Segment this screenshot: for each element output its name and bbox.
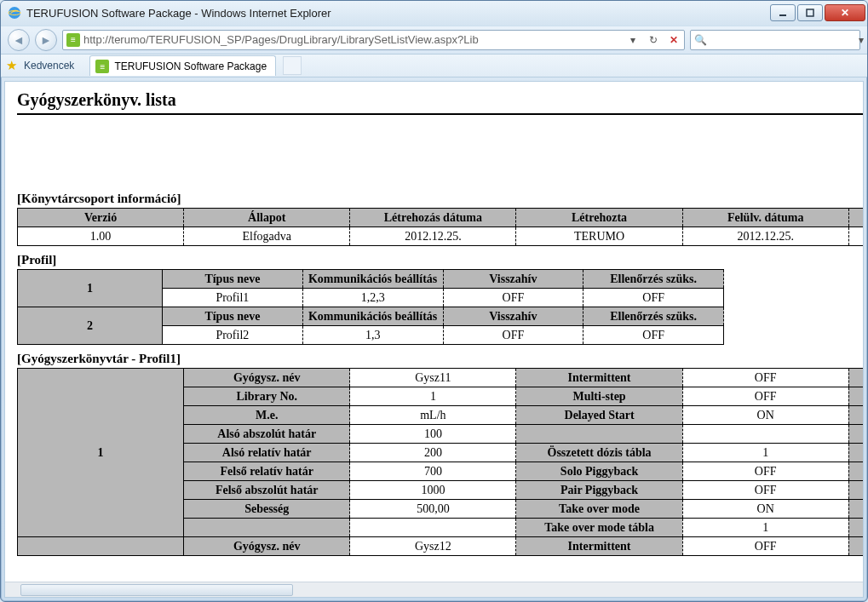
druglibrary-table: 1Gyógysz. névGysz11IntermittentOFFM.e. (… [17,368,863,556]
label-cell: Gyógysz. név [184,537,350,556]
svg-rect-3 [807,9,813,16]
search-icon: 🔍 [694,34,707,46]
th: Létrehozta [516,209,682,227]
ie-icon [8,6,21,20]
value-cell [682,425,848,444]
th: Kommunikációs beállítás [302,270,443,289]
label-cell [848,519,863,537]
th: Visszahív [443,307,583,326]
value-cell: 700 [350,462,516,481]
label-cell: Alsó abszolút határ [184,425,350,444]
td: 2012.12.25. [350,227,516,246]
value-cell: OFF [682,369,848,387]
value-cell: ON [682,500,848,519]
th: Típus neve [163,307,303,326]
close-button[interactable]: ✕ [825,4,865,21]
favorites-label[interactable]: Kedvencek [24,60,74,72]
td: Profil2 [163,326,303,345]
label-cell: Solo Piggyback [516,462,682,481]
browser-tab[interactable]: ≡ TERUFUSION Software Package [89,55,276,76]
th: Kommunikációs beállítás [302,307,443,326]
td: 1.00 [18,227,184,246]
td: 1,3 [302,326,443,345]
back-button[interactable]: ◄ [8,29,30,51]
th: Felülvizsgálta [848,209,863,227]
window-title: TERUFUSION Software Package - Windows In… [26,7,331,20]
td: OFF [443,289,583,307]
window-frame: TERUFUSION Software Package - Windows In… [0,0,868,602]
label-cell: Összetett dózis tábla [516,444,682,462]
label-cell: Take over mode tábla [516,519,682,537]
refresh-icon[interactable]: ↻ [645,32,662,49]
td: TERUMO [516,227,682,246]
tab-title: TERUFUSION Software Package [114,60,267,72]
label-cell: Elzáródás [848,500,863,519]
label-cell: M.e. (Gyógyszer cc.) [848,369,863,387]
label-cell: Hígítás (Gyógyszer cc.) [848,406,863,425]
label-cell: Pair Piggyback [516,481,682,500]
th: Felülv. dátuma [682,209,848,227]
label-cell: Intermittent [516,369,682,387]
label-cell: Intermittent [516,537,682,556]
search-input[interactable] [710,33,855,46]
label-cell: Sebesség [184,500,350,519]
profile-table: 1 Típus neve Kommunikációs beállítás Vis… [17,269,724,345]
label-cell: Bólus felső határ [848,425,863,444]
nav-bar: ◄ ► ≡ ▾ ↻ ✕ 🔍 ▾ [1,26,867,54]
value-cell: 1 [682,519,848,537]
url-dropdown-icon[interactable]: ▾ [624,32,641,49]
value-cell: 100 [350,425,516,444]
row-number: 2 [18,307,163,345]
td: 2012.12.25. [682,227,848,246]
td: TERUMO [848,227,863,246]
value-cell [350,519,516,537]
document-scroll[interactable]: Gyógyszerkönyv. lista [Könyvtárcsoport i… [5,82,863,582]
value-cell: mL/h [350,406,516,425]
favorites-bar: ★ Kedvencek ≡ TERUFUSION Software Packag… [1,54,867,77]
th: Visszahív [443,270,583,289]
td: OFF [583,289,724,307]
value-cell: ON [682,406,848,425]
search-box[interactable]: 🔍 ▾ [690,30,860,50]
url-input[interactable] [83,33,621,46]
tab-favicon-icon: ≡ [95,60,109,73]
libraryset-heading: [Könyvtárcsoport információ] [17,192,863,206]
new-tab-button[interactable] [283,56,302,75]
td: 1,2,3 [302,289,443,307]
stop-icon[interactable]: ✕ [665,32,682,49]
th: Ellenőrzés szüks. [583,307,724,326]
site-favicon-icon: ≡ [66,33,80,47]
td: Elfogadva [184,227,350,246]
title-bar: TERUFUSION Software Package - Windows In… [1,1,867,26]
label-cell: Felső abszolút határ [184,481,350,500]
favorites-star-icon[interactable]: ★ [6,58,17,73]
search-dropdown-icon[interactable]: ▾ [859,32,864,49]
label-cell: M.e. (Gyógyszer cc.) [848,537,863,556]
value-cell: 1 [350,387,516,406]
label-cell: Gyógysz. név [184,369,350,387]
th: Verzió [18,209,184,227]
minimize-button[interactable] [770,4,796,21]
value-cell: OFF [682,462,848,481]
label-cell [516,425,682,444]
label-cell: Delayed Start [516,406,682,425]
label-cell: Gyógyszer Kód [848,481,863,500]
address-bar[interactable]: ≡ ▾ ↻ ✕ [62,30,685,50]
svg-rect-2 [779,14,786,16]
value-cell: 1000 [350,481,516,500]
th: Állapot [184,209,350,227]
svg-point-0 [9,7,20,19]
td: OFF [443,326,583,345]
forward-button[interactable]: ► [35,29,57,51]
horizontal-scrollbar[interactable] [5,582,863,597]
row-number [18,537,184,556]
label-cell: Multi-step [516,387,682,406]
maximize-button[interactable] [797,4,823,21]
row-number: 1 [18,369,184,537]
value-cell: OFF [682,537,848,556]
label-cell: Take over mode [516,500,682,519]
td: OFF [583,326,724,345]
value-cell: OFF [682,481,848,500]
th: Ellenőrzés szüks. [583,270,724,289]
scrollbar-thumb[interactable] [20,584,293,596]
